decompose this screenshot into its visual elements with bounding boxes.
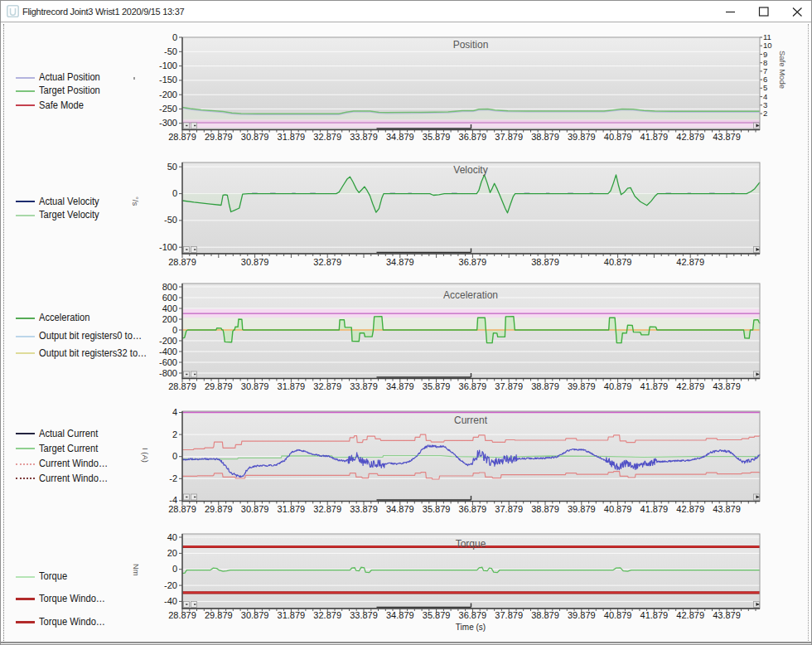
svg-text:0: 0 [172, 32, 177, 42]
svg-text:40.879: 40.879 [604, 381, 632, 391]
svg-text:34.879: 34.879 [386, 381, 414, 391]
svg-text:20: 20 [167, 548, 177, 558]
svg-text:800: 800 [162, 282, 177, 292]
svg-text:-600: -600 [159, 357, 177, 367]
svg-text:30.879: 30.879 [241, 132, 269, 142]
svg-text:-150: -150 [159, 75, 177, 85]
svg-text:38.879: 38.879 [531, 132, 559, 142]
svg-text:4: 4 [763, 92, 767, 101]
svg-text:Current: Current [454, 415, 488, 426]
svg-text:28.879: 28.879 [168, 132, 196, 142]
svg-text:37.879: 37.879 [495, 132, 523, 142]
svg-text:37.879: 37.879 [495, 504, 523, 514]
svg-text:11: 11 [763, 32, 771, 41]
svg-text:36.879: 36.879 [459, 610, 487, 620]
svg-text:39.879: 39.879 [568, 610, 596, 620]
svg-text:35.879: 35.879 [423, 381, 451, 391]
svg-text:Position: Position [453, 39, 489, 51]
svg-text:-250: -250 [159, 104, 177, 114]
svg-text:43.879: 43.879 [713, 504, 741, 514]
svg-text:-200: -200 [159, 90, 177, 99]
svg-text:200: 200 [162, 314, 177, 324]
svg-text:50: 50 [167, 162, 177, 172]
svg-text:-40: -40 [164, 596, 177, 606]
svg-text:31.879: 31.879 [278, 610, 306, 620]
svg-text:36.879: 36.879 [459, 381, 487, 391]
svg-text:42.879: 42.879 [676, 610, 704, 620]
svg-text:-400: -400 [159, 347, 177, 356]
svg-text:40.879: 40.879 [604, 132, 632, 142]
svg-text:Acceleration: Acceleration [443, 289, 498, 301]
svg-text:30.879: 30.879 [241, 381, 269, 391]
svg-text:36.879: 36.879 [459, 132, 487, 142]
svg-text:35.879: 35.879 [423, 504, 451, 514]
svg-text:0: 0 [172, 451, 177, 461]
svg-text:29.879: 29.879 [205, 132, 233, 142]
svg-text:32.879: 32.879 [313, 132, 341, 142]
svg-text:39.879: 39.879 [568, 381, 596, 391]
svg-text:28.879: 28.879 [168, 610, 196, 620]
svg-text:43.879: 43.879 [713, 381, 741, 391]
svg-text:-50: -50 [164, 46, 177, 56]
svg-text:39.879: 39.879 [568, 132, 596, 142]
svg-text:41.879: 41.879 [640, 381, 669, 391]
svg-text:-50: -50 [164, 215, 177, 225]
svg-text:34.879: 34.879 [386, 504, 414, 514]
svg-text:32.879: 32.879 [313, 610, 341, 620]
svg-text:42.879: 42.879 [676, 132, 704, 142]
svg-text:-200: -200 [159, 336, 177, 346]
svg-text:41.879: 41.879 [640, 504, 669, 514]
svg-text:29.879: 29.879 [205, 610, 233, 620]
svg-text:Time (s): Time (s) [456, 623, 486, 632]
svg-text:8: 8 [763, 58, 767, 67]
svg-text:-2: -2 [169, 473, 177, 483]
svg-text:32.879: 32.879 [313, 504, 341, 514]
svg-text:-100: -100 [159, 61, 177, 70]
svg-text:39.879: 39.879 [568, 504, 596, 514]
svg-text:0: 0 [172, 564, 177, 574]
svg-text:35.879: 35.879 [423, 610, 451, 620]
svg-text:-20: -20 [164, 580, 177, 590]
svg-text:2: 2 [763, 109, 767, 118]
svg-text:40.879: 40.879 [604, 257, 632, 267]
svg-text:37.879: 37.879 [495, 381, 523, 391]
svg-text:Velocity: Velocity [453, 164, 487, 176]
svg-text:37.879: 37.879 [495, 610, 523, 620]
svg-text:28.879: 28.879 [168, 381, 196, 391]
svg-text:30.879: 30.879 [241, 610, 269, 620]
svg-text:-300: -300 [159, 118, 177, 128]
svg-text:4: 4 [172, 407, 177, 417]
svg-text:32.879: 32.879 [313, 381, 341, 391]
svg-text:7: 7 [763, 66, 767, 75]
svg-text:28.879: 28.879 [168, 504, 196, 514]
svg-text:32.879: 32.879 [313, 257, 341, 267]
svg-text:33.879: 33.879 [350, 381, 378, 391]
svg-text:34.879: 34.879 [386, 257, 414, 267]
svg-text:34.879: 34.879 [386, 610, 414, 620]
svg-text:Torque: Torque [456, 538, 486, 550]
svg-text:40: 40 [167, 532, 177, 542]
svg-text:34.879: 34.879 [386, 132, 414, 142]
svg-text:33.879: 33.879 [350, 504, 378, 514]
svg-text:400: 400 [162, 303, 177, 313]
svg-text:33.879: 33.879 [350, 132, 378, 142]
svg-text:5: 5 [763, 83, 767, 92]
svg-text:43.879: 43.879 [713, 132, 741, 142]
svg-text:43.879: 43.879 [713, 610, 741, 620]
svg-text:2: 2 [172, 429, 177, 439]
svg-text:41.879: 41.879 [640, 610, 669, 620]
svg-text:42.879: 42.879 [676, 257, 704, 267]
svg-text:41.879: 41.879 [640, 132, 669, 142]
svg-text:31.879: 31.879 [278, 381, 306, 391]
svg-text:9: 9 [763, 50, 767, 59]
svg-text:30.879: 30.879 [241, 257, 269, 267]
svg-text:42.879: 42.879 [676, 504, 704, 514]
svg-text:42.879: 42.879 [676, 381, 704, 391]
svg-text:-800: -800 [159, 368, 177, 378]
svg-text:38.879: 38.879 [531, 257, 559, 267]
svg-text:40.879: 40.879 [604, 610, 632, 620]
svg-text:29.879: 29.879 [205, 381, 233, 391]
svg-text:33.879: 33.879 [350, 610, 378, 620]
svg-text:28.879: 28.879 [168, 257, 196, 267]
svg-text:6: 6 [763, 75, 767, 84]
